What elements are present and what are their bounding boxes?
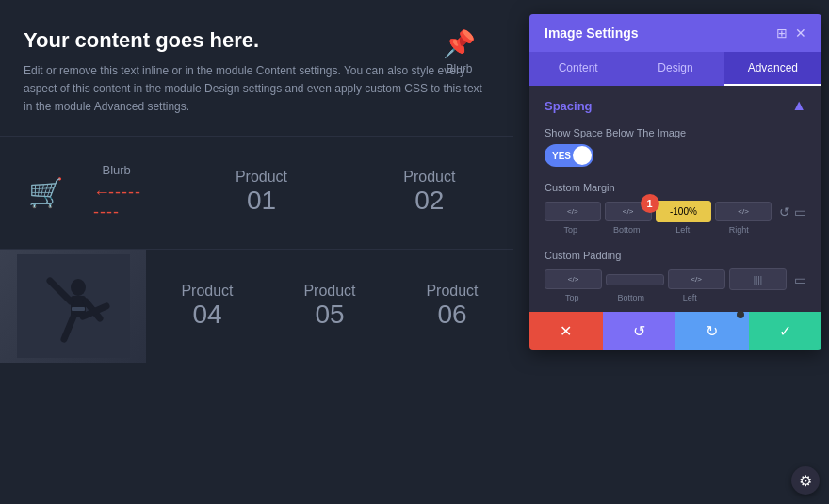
- custom-margin-section: Custom Margin </> </> 1 -100%: [529, 176, 821, 244]
- product-row-1: 🛒 Blurb ←- - - - - - - - - Product 01 Pr…: [0, 136, 513, 249]
- panel-header-icons: ⊞ ✕: [776, 25, 806, 41]
- margin-right-input[interactable]: </>: [715, 202, 772, 221]
- label-top: Top: [545, 225, 597, 235]
- padding-device-btn[interactable]: ▭: [794, 272, 806, 287]
- show-space-label: Show Space Below The Image: [545, 127, 806, 138]
- product-label-2: Product: [403, 169, 455, 186]
- padding-right-input[interactable]: ||||: [729, 268, 787, 290]
- padding-top-input[interactable]: </>: [545, 269, 602, 289]
- margin-bottom-wrapper: </> 1: [605, 202, 652, 221]
- product-cell-cart: 🛒 Blurb ←- - - - - - - - -: [0, 137, 177, 249]
- product-number-1: 01: [247, 186, 276, 216]
- panel-body: Spacing ▲ Show Space Below The Image YES…: [529, 86, 821, 312]
- padding-input-labels: Top Bottom Left: [545, 293, 806, 302]
- content-heading: Your content goes here.: [24, 28, 490, 53]
- product-label-4: Product: [181, 283, 233, 300]
- blurb-cell: Blurb ←- - - - - - - - -: [74, 154, 158, 232]
- spacing-toggle[interactable]: ▲: [791, 97, 806, 114]
- footer-close-btn[interactable]: ✕: [529, 312, 603, 350]
- product-label-5: Product: [303, 283, 355, 300]
- karate-figure-svg: [17, 254, 130, 358]
- show-space-toggle[interactable]: YES: [545, 144, 593, 167]
- margin-input-labels: Top Bottom Left Right: [545, 225, 806, 235]
- panel-tabs: Content Design Advanced: [529, 52, 821, 86]
- padding-left-input[interactable]: </>: [668, 269, 725, 289]
- custom-padding-label: Custom Padding: [545, 250, 806, 261]
- margin-reset-btn[interactable]: ↺: [779, 204, 790, 219]
- margin-row-actions: ↺ ▭: [779, 204, 806, 219]
- panel-title: Image Settings: [545, 25, 639, 41]
- text-block: Your content goes here. Edit or remove t…: [0, 0, 513, 136]
- close-icon[interactable]: ✕: [795, 25, 806, 41]
- blurb-label: Blurb: [102, 163, 130, 177]
- product-number-4: 04: [192, 300, 221, 330]
- product-label-6: Product: [426, 283, 478, 300]
- image-placeholder: [0, 250, 146, 363]
- margin-inputs-row: </> </> 1 -100% </>: [545, 201, 806, 222]
- spacing-title: Spacing: [545, 99, 593, 113]
- product-cell-02: Product 02: [346, 152, 513, 233]
- margin-top-input[interactable]: </>: [545, 202, 601, 221]
- margin-left-input[interactable]: -100%: [656, 201, 712, 222]
- label-right: Right: [713, 225, 766, 235]
- image-settings-panel: Image Settings ⊞ ✕ Content Design Advanc…: [529, 14, 821, 350]
- product-number-6: 06: [437, 300, 466, 330]
- tab-advanced[interactable]: Advanced: [724, 52, 821, 86]
- padding-row-actions: ▭: [794, 272, 806, 287]
- margin-left-value: -100%: [670, 206, 697, 217]
- panel-footer: ✕ ↺ ↻ ✓: [529, 312, 821, 350]
- tab-content[interactable]: Content: [529, 52, 626, 86]
- padding-label-right: [722, 293, 777, 302]
- product-cell-01: Product 01: [177, 152, 345, 233]
- custom-margin-label: Custom Margin: [545, 182, 806, 193]
- pin-icon: 📌: [443, 28, 476, 59]
- content-body: Edit or remove this text inline or in th…: [24, 62, 490, 117]
- product-number-5: 05: [315, 300, 344, 330]
- label-left: Left: [657, 225, 709, 235]
- pin-blurb-widget: 📌 Blurb: [443, 28, 476, 76]
- padding-label-bottom: Bottom: [604, 293, 659, 302]
- padding-label-left: Left: [662, 293, 718, 302]
- footer-redo-btn[interactable]: ↻: [675, 312, 749, 350]
- cart-icon: 🛒: [28, 176, 63, 209]
- label-bottom: Bottom: [601, 225, 654, 235]
- content-area: Your content goes here. Edit or remove t…: [0, 0, 513, 504]
- product-image: [0, 250, 146, 363]
- tab-design[interactable]: Design: [626, 52, 723, 86]
- margin-badge: 1: [641, 194, 659, 213]
- custom-padding-section: Custom Padding </> </> |||| ▭ Top: [529, 244, 821, 312]
- product-row-2: Product 04 Product 05 Product 06: [0, 249, 513, 363]
- product-number-2: 02: [414, 186, 444, 216]
- product-cell-06: Product 06: [391, 250, 513, 363]
- padding-inputs-row: </> </> |||| ▭: [545, 268, 806, 290]
- padding-label-top: Top: [545, 293, 600, 302]
- pin-label: Blurb: [446, 62, 472, 75]
- svg-rect-7: [72, 307, 85, 311]
- expand-icon[interactable]: ⊞: [776, 25, 788, 41]
- product-cell-05: Product 05: [268, 250, 391, 363]
- toggle-yes-label: YES: [546, 151, 571, 161]
- show-space-field: Show Space Below The Image YES: [529, 122, 821, 176]
- panel-header: Image Settings ⊞ ✕: [529, 14, 821, 52]
- svg-point-1: [71, 279, 86, 296]
- product-label-1: Product: [236, 169, 287, 186]
- margin-device-btn[interactable]: ▭: [794, 204, 806, 219]
- gear-button[interactable]: ⚙: [791, 466, 820, 495]
- footer-undo-btn[interactable]: ↺: [603, 312, 676, 350]
- dashed-arrow: ←- - - - - - - - -: [93, 183, 139, 222]
- padding-bottom-input[interactable]: [606, 274, 663, 285]
- toggle-knob: [573, 146, 592, 165]
- product-cell-04: Product 04: [146, 250, 268, 363]
- footer-save-btn[interactable]: ✓: [749, 312, 822, 350]
- spacing-section-header: Spacing ▲: [529, 86, 821, 122]
